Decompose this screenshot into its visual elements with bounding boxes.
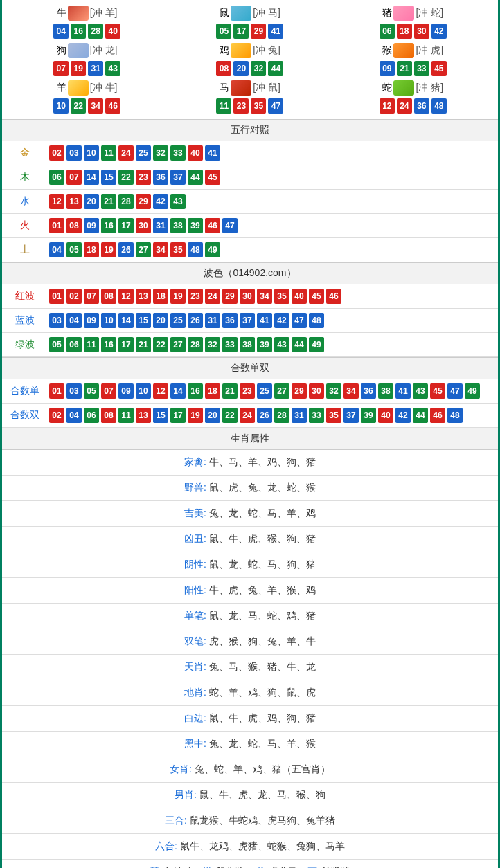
zodiac-name: 鸡 bbox=[220, 44, 229, 57]
number-ball: 36 bbox=[222, 313, 238, 328]
number-ball: 28 bbox=[118, 194, 134, 209]
number-ball: 10 bbox=[136, 383, 151, 399]
number-ball: 43 bbox=[274, 337, 289, 352]
zodiac-cell: 狗[冲 龙]07193143 bbox=[16, 43, 158, 76]
number-ball: 38 bbox=[240, 337, 255, 352]
zodiac-chong: [冲 马] bbox=[253, 7, 280, 19]
number-ball: 39 bbox=[361, 408, 376, 423]
number-ball: 41 bbox=[205, 145, 220, 161]
number-ball: 05 bbox=[49, 337, 64, 352]
section-shuxing-title: 生肖属性 bbox=[2, 428, 498, 450]
zodiac-title: 猪[冲 蛇] bbox=[382, 6, 443, 21]
number-ball: 05 bbox=[66, 242, 82, 257]
section-wuxing-title: 五行对照 bbox=[2, 119, 498, 141]
number-ball: 02 bbox=[49, 145, 64, 161]
attr-label: 单笔: bbox=[184, 610, 209, 621]
number-ball: 08 bbox=[101, 408, 116, 423]
zodiac-title: 马[冲 鼠] bbox=[220, 80, 280, 96]
attr-value: 鼠、龙、马、蛇、鸡、猪 bbox=[209, 610, 316, 621]
number-ball: 23 bbox=[136, 170, 151, 185]
number-ball: 46 bbox=[105, 98, 120, 114]
ball-list: 1213202128294243 bbox=[49, 194, 186, 209]
number-ball: 31 bbox=[88, 61, 103, 76]
ball-list: 04051819262734354849 bbox=[49, 242, 220, 257]
number-ball: 17 bbox=[118, 337, 134, 352]
number-ball: 01 bbox=[49, 289, 64, 304]
attr-value: 鼠、牛、虎、龙、马、猴、狗 bbox=[199, 789, 325, 800]
zodiac-balls: 07193143 bbox=[53, 61, 120, 76]
number-ball: 12 bbox=[49, 194, 64, 209]
kv-label: 合数双 bbox=[8, 409, 42, 422]
attr-row: 黑中: 兔、龙、蛇、马、羊、猴 bbox=[2, 732, 498, 757]
attr-row: 吉美: 兔、龙、蛇、马、羊、鸡 bbox=[2, 501, 498, 527]
kv-label: 木 bbox=[8, 171, 42, 183]
number-ball: 33 bbox=[170, 145, 186, 161]
zodiac-cell: 牛[冲 羊]04162840 bbox=[16, 6, 158, 39]
zodiac-cell: 鸡[冲 兔]08203244 bbox=[179, 43, 321, 76]
number-ball: 37 bbox=[343, 408, 359, 423]
number-ball: 46 bbox=[205, 218, 220, 233]
attr-row: 野兽: 鼠、虎、兔、龙、蛇、猴 bbox=[2, 476, 498, 501]
number-ball: 22 bbox=[118, 170, 134, 185]
number-ball: 01 bbox=[49, 218, 64, 233]
number-ball: 44 bbox=[188, 170, 203, 185]
number-ball: 21 bbox=[397, 61, 412, 76]
number-ball: 20 bbox=[205, 408, 220, 423]
number-ball: 28 bbox=[274, 408, 289, 423]
number-ball: 14 bbox=[170, 383, 186, 399]
ball-list: 0108091617303138394647 bbox=[49, 218, 238, 233]
zodiac-chong: [冲 猪] bbox=[416, 82, 443, 94]
number-ball: 06 bbox=[380, 24, 395, 39]
number-ball: 34 bbox=[88, 98, 103, 114]
number-ball: 08 bbox=[66, 218, 82, 233]
kv-row: 土04051819262734354849 bbox=[2, 238, 498, 262]
number-ball: 48 bbox=[188, 242, 203, 257]
zodiac-balls: 12243648 bbox=[380, 98, 447, 114]
attr-label: 双笔: bbox=[184, 635, 209, 647]
zodiac-balls: 06183042 bbox=[380, 24, 447, 39]
number-ball: 06 bbox=[49, 170, 64, 185]
number-ball: 22 bbox=[153, 337, 168, 352]
number-ball: 20 bbox=[153, 313, 168, 328]
zodiac-chong: [冲 蛇] bbox=[416, 7, 443, 19]
number-ball: 23 bbox=[233, 98, 249, 114]
number-ball: 45 bbox=[205, 170, 220, 185]
number-ball: 18 bbox=[84, 242, 99, 257]
number-ball: 42 bbox=[395, 408, 411, 423]
number-ball: 34 bbox=[343, 383, 359, 399]
attr-row: 地肖: 蛇、羊、鸡、狗、鼠、虎 bbox=[2, 680, 498, 706]
number-ball: 17 bbox=[233, 24, 249, 39]
ball-list: 0103050709101214161821232527293032343638… bbox=[49, 383, 480, 399]
number-ball: 04 bbox=[49, 242, 64, 257]
attr-label: 阴性: bbox=[184, 559, 209, 570]
number-ball: 33 bbox=[414, 61, 429, 76]
number-ball: 07 bbox=[101, 383, 116, 399]
number-ball: 03 bbox=[66, 383, 82, 399]
attr-value: 鼠、牛、虎、猴、狗、猪 bbox=[209, 533, 316, 544]
number-ball: 14 bbox=[84, 170, 99, 185]
ball-list: 02031011242532334041 bbox=[49, 145, 220, 161]
number-ball: 32 bbox=[326, 383, 341, 399]
number-ball: 20 bbox=[233, 61, 249, 76]
number-ball: 48 bbox=[309, 313, 324, 328]
number-ball: 49 bbox=[309, 337, 324, 352]
number-ball: 23 bbox=[188, 289, 203, 304]
number-ball: 19 bbox=[170, 289, 186, 304]
number-ball: 33 bbox=[309, 408, 324, 423]
number-ball: 34 bbox=[257, 289, 272, 304]
attr-row: 女肖: 兔、蛇、羊、鸡、猪（五宫肖） bbox=[2, 757, 498, 783]
number-ball: 03 bbox=[49, 313, 64, 328]
zodiac-balls: 11233547 bbox=[216, 98, 283, 114]
zodiac-balls: 10223446 bbox=[53, 98, 120, 114]
ball-list: 03040910141520252631363741424748 bbox=[49, 313, 324, 328]
number-ball: 44 bbox=[292, 337, 307, 352]
number-ball: 22 bbox=[222, 408, 238, 423]
zodiac-icon bbox=[231, 43, 251, 58]
number-ball: 11 bbox=[118, 408, 134, 423]
shuxing-rows: 家禽: 牛、马、羊、鸡、狗、猪野兽: 鼠、虎、兔、龙、蛇、猴吉美: 兔、龙、蛇、… bbox=[2, 450, 498, 868]
kv-row: 蓝波03040910141520252631363741424748 bbox=[2, 309, 498, 333]
number-ball: 34 bbox=[153, 242, 168, 257]
kv-label: 土 bbox=[8, 244, 42, 256]
number-ball: 44 bbox=[413, 408, 428, 423]
attr-value: 蛇、羊、鸡、狗、鼠、虎 bbox=[209, 687, 316, 698]
